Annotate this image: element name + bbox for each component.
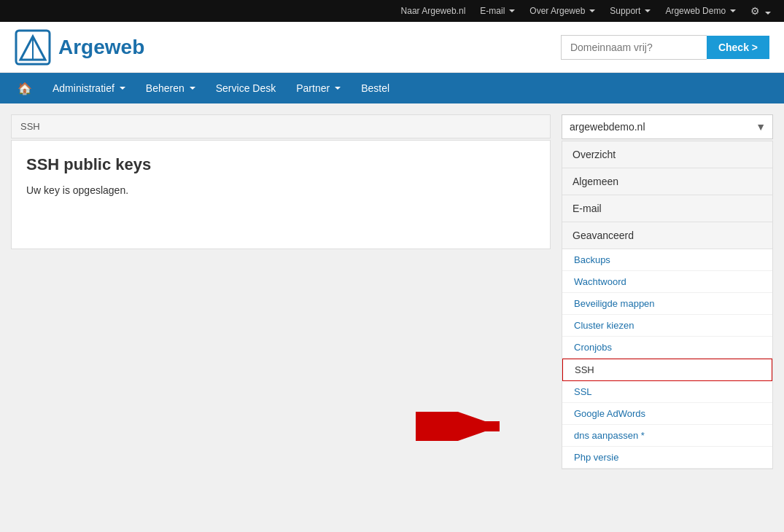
topbar-email[interactable]: E-mail	[474, 6, 521, 16]
success-message: Uw key is opgeslagen.	[26, 184, 535, 196]
content-box: SSH public keys Uw key is opgeslagen.	[11, 140, 551, 249]
sidebar-item-algemeen[interactable]: Algemeen	[562, 168, 772, 195]
left-panel: SSH SSH public keys Uw key is opgeslagen…	[11, 114, 551, 530]
header: Argeweb Check >	[0, 22, 784, 73]
sidebar-item-backups[interactable]: Backups	[562, 249, 772, 271]
main-content: SSH SSH public keys Uw key is opgeslagen…	[0, 103, 784, 532]
breadcrumb: SSH	[11, 114, 551, 138]
arrow-annotation	[416, 412, 511, 443]
topbar-argeweb-demo[interactable]: Argeweb Demo	[659, 6, 742, 16]
topbar: Naar Argeweb.nl E-mail Over Argeweb Supp…	[0, 0, 784, 22]
argeweb-demo-caret-icon	[730, 9, 736, 12]
support-caret-icon	[645, 9, 651, 12]
nav-beheren[interactable]: Beheren	[136, 73, 206, 103]
topbar-naar-argeweb[interactable]: Naar Argeweb.nl	[395, 6, 472, 16]
nav-administratief[interactable]: Administratief	[42, 73, 136, 103]
right-panel: argewebdemo.nl ▼ Overzicht Algemeen E-ma…	[562, 114, 773, 530]
partner-caret-icon	[335, 87, 341, 90]
sidebar-item-beveiligde-mappen[interactable]: Beveiligde mappen	[562, 293, 772, 315]
nav-partner[interactable]: Partner	[286, 73, 351, 103]
argeweb-logo-icon	[15, 29, 51, 66]
sidebar-item-cluster-kiezen[interactable]: Cluster kiezen	[562, 315, 772, 337]
sidebar-item-ssl[interactable]: SSL	[562, 381, 772, 403]
sidebar-item-cronjobs[interactable]: Cronjobs	[562, 337, 772, 359]
beheren-caret-icon	[190, 87, 195, 90]
domain-search-area: Check >	[561, 35, 769, 60]
sidebar-item-php-versie[interactable]: Php versie	[562, 447, 772, 469]
nav-home[interactable]: 🏠	[7, 73, 42, 103]
sidebar-item-google-adwords[interactable]: Google AdWords	[562, 403, 772, 425]
email-caret-icon	[509, 9, 515, 12]
topbar-settings[interactable]: ⚙	[745, 5, 777, 17]
domain-search-input[interactable]	[561, 35, 707, 60]
page-wrapper: Naar Argeweb.nl E-mail Over Argeweb Supp…	[0, 0, 784, 532]
nav-service-desk[interactable]: Service Desk	[206, 73, 286, 103]
sidebar-item-overzicht[interactable]: Overzicht	[562, 141, 772, 168]
sidebar-item-dns-aanpassen[interactable]: dns aanpassen *	[562, 425, 772, 447]
page-title: SSH public keys	[26, 155, 535, 174]
check-button[interactable]: Check >	[707, 36, 769, 59]
sidebar-item-ssh[interactable]: SSH	[562, 359, 772, 381]
settings-caret-icon	[765, 12, 771, 15]
domain-select[interactable]: argewebdemo.nl	[562, 114, 773, 139]
logo-area: Argeweb	[15, 29, 561, 66]
sidebar-menu: Overzicht Algemeen E-mail Geavanceerd Ba…	[562, 141, 773, 469]
sidebar-item-geavanceerd[interactable]: Geavanceerd	[562, 222, 772, 249]
topbar-support[interactable]: Support	[604, 6, 656, 16]
administratief-caret-icon	[120, 87, 125, 90]
navbar: 🏠 Administratief Beheren Service Desk Pa…	[0, 73, 784, 103]
domain-select-wrapper: argewebdemo.nl ▼	[562, 114, 773, 139]
over-argeweb-caret-icon	[589, 9, 595, 12]
topbar-over-argeweb[interactable]: Over Argeweb	[524, 6, 601, 16]
sidebar-item-wachtwoord[interactable]: Wachtwoord	[562, 271, 772, 293]
logo-text: Argeweb	[58, 36, 144, 59]
sidebar-item-email[interactable]: E-mail	[562, 195, 772, 222]
nav-bestel[interactable]: Bestel	[351, 73, 400, 103]
